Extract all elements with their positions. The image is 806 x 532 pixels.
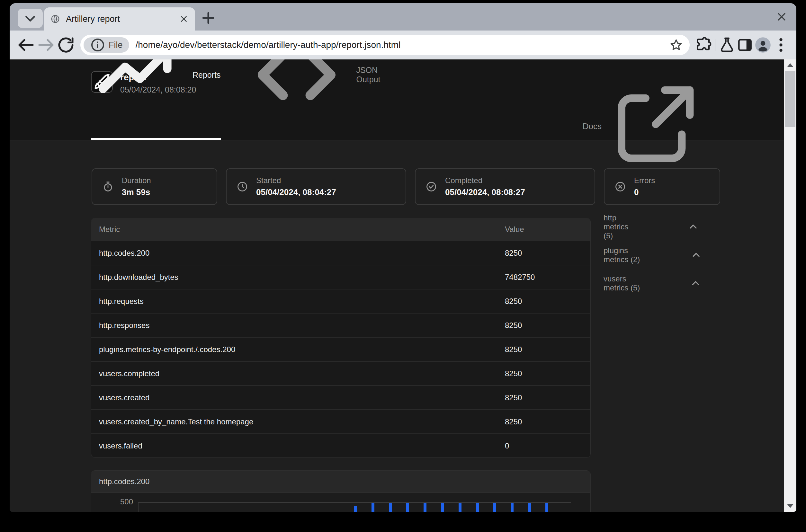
experiments-button[interactable] — [718, 36, 736, 54]
toolbar-divider — [715, 39, 715, 51]
scrollbar-down-arrow[interactable] — [784, 500, 796, 512]
metrics-nav-item[interactable]: http metrics (5) — [603, 221, 742, 233]
gridline-500 — [138, 502, 571, 503]
stat-card: Duration 3m 59s — [92, 168, 217, 205]
tab-search-button[interactable] — [18, 9, 43, 28]
table-row: http.downloaded_bytes 7482750 — [91, 265, 591, 289]
bookmark-star-icon[interactable] — [669, 38, 683, 52]
metrics-nav-label: vusers metrics (5) — [603, 274, 644, 292]
metrics-nav-item[interactable]: vusers metrics (5) — [603, 278, 742, 289]
tab-json-output-label: JSON Output — [356, 65, 391, 84]
table-row: vusers.failed 0 — [91, 433, 591, 457]
chart-title: http.codes.200 — [91, 471, 591, 493]
tab-reports-label: Reports — [192, 70, 221, 80]
forward-button[interactable] — [36, 35, 56, 55]
table-row: http.responses 8250 — [91, 313, 591, 337]
table-row: http.requests 8250 — [91, 289, 591, 313]
chart-bar — [354, 506, 357, 512]
check-circle-icon — [425, 180, 437, 193]
browser-tab[interactable]: Artillery report — [44, 7, 195, 31]
page-content: report 05/04/2024, 08:08:20 Docs Reports… — [10, 59, 796, 512]
chevron-up-icon — [650, 278, 742, 289]
chevron-down-icon — [18, 9, 43, 28]
metric-cell: plugins.metrics-by-endpoint./.codes.200 — [91, 345, 497, 354]
stopwatch-icon — [102, 180, 114, 193]
chart-bar — [458, 503, 462, 512]
value-cell: 8250 — [497, 417, 591, 426]
table-row: vusers.created 8250 — [91, 385, 591, 409]
avatar — [754, 37, 771, 53]
stat-card: Started 05/04/2024, 08:04:27 — [226, 168, 406, 205]
tab-close-icon[interactable] — [179, 14, 189, 24]
new-tab-button[interactable] — [200, 9, 217, 27]
metric-cell: http.responses — [91, 321, 497, 330]
stat-label: Errors — [634, 176, 655, 185]
reload-icon — [56, 35, 76, 55]
tab-json-output[interactable]: JSON Output — [242, 59, 391, 140]
stat-value: 0 — [634, 187, 655, 197]
scrollbar-thumb[interactable] — [785, 71, 795, 127]
trend-icon — [91, 59, 187, 130]
extensions-button[interactable] — [694, 36, 712, 54]
stat-card: Completed 05/04/2024, 08:08:27 — [415, 168, 595, 205]
reload-button[interactable] — [56, 35, 76, 55]
chart-bar — [493, 503, 496, 512]
y-axis-tick-label: 500 — [103, 497, 133, 506]
report-tab-nav: Reports JSON Output — [91, 59, 391, 140]
info-icon — [90, 37, 106, 53]
table-row: vusers.completed 8250 — [91, 361, 591, 385]
browser-window: Artillery report File /home/ayo/dev/bett… — [10, 3, 796, 512]
y-axis-line — [138, 502, 138, 512]
metric-cell: vusers.created — [91, 393, 497, 402]
metric-cell: http.requests — [91, 297, 497, 306]
scrollbar[interactable] — [784, 59, 796, 512]
clock-icon — [236, 180, 248, 193]
col-header-value: Value — [497, 225, 591, 234]
browser-menu-button[interactable] — [772, 36, 790, 54]
file-scheme-chip[interactable]: File — [83, 37, 129, 53]
stat-label: Completed — [445, 176, 525, 185]
docs-label: Docs — [583, 121, 602, 131]
url-bar[interactable]: File /home/ayo/dev/betterstack/demo/arti… — [80, 35, 690, 55]
table-row: vusers.created_by_name.Test the homepage… — [91, 409, 591, 433]
value-cell: 8250 — [497, 369, 591, 378]
code-icon — [242, 59, 351, 130]
chart-bar — [424, 503, 427, 512]
chart-plot: 500 — [91, 493, 591, 512]
value-cell: 0 — [497, 441, 591, 450]
forward-arrow-icon — [36, 35, 56, 55]
chart-bar — [406, 503, 409, 512]
tab-title: Artillery report — [66, 14, 179, 24]
value-cell: 8250 — [497, 393, 591, 402]
external-link-icon — [605, 78, 702, 174]
tab-reports[interactable]: Reports — [91, 59, 221, 140]
metric-cell: vusers.created_by_name.Test the homepage — [91, 417, 497, 426]
scrollbar-up-arrow[interactable] — [784, 59, 796, 71]
value-cell: 7482750 — [497, 273, 591, 282]
metrics-nav-label: plugins metrics (2) — [603, 246, 645, 264]
plus-icon — [200, 9, 217, 27]
value-cell: 8250 — [497, 321, 591, 330]
chart-bar — [511, 503, 513, 512]
stat-value: 05/04/2024, 08:08:27 — [445, 187, 525, 197]
window-close-button[interactable] — [775, 10, 788, 23]
chart-bar — [528, 503, 531, 512]
x-circle-icon — [614, 180, 626, 193]
chart-card: http.codes.200 500 — [91, 470, 591, 512]
stat-label: Duration — [122, 176, 151, 185]
chart-bar — [476, 503, 479, 512]
docs-link[interactable]: Docs — [583, 78, 702, 174]
metric-cell: vusers.completed — [91, 369, 497, 378]
screenshot-frame: Artillery report File /home/ayo/dev/bett… — [0, 0, 806, 532]
profile-button[interactable] — [754, 36, 772, 54]
url-text[interactable]: /home/ayo/dev/betterstack/demo/artillery… — [136, 40, 669, 50]
side-panel-button[interactable] — [736, 36, 754, 54]
back-button[interactable] — [16, 35, 36, 55]
col-header-metric: Metric — [91, 225, 497, 234]
back-arrow-icon — [16, 35, 36, 55]
metrics-nav-item[interactable]: plugins metrics (2) — [603, 249, 742, 261]
metric-cell: vusers.failed — [91, 441, 497, 450]
stat-card: Errors 0 — [604, 168, 720, 205]
three-dot-menu-icon — [772, 36, 790, 54]
metrics-nav-label: http metrics (5) — [603, 213, 639, 240]
